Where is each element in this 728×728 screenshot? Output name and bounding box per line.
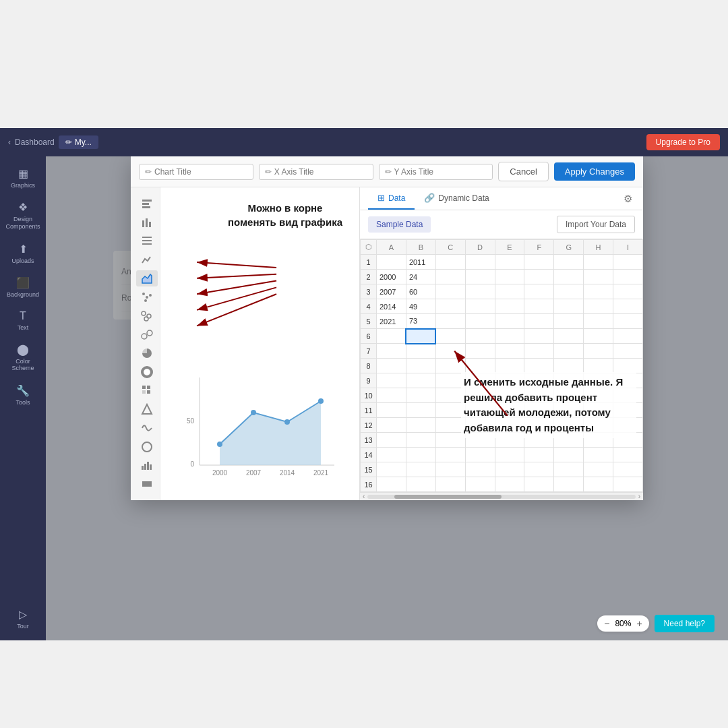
chart-type-donut[interactable] [136,364,158,380]
chart-type-line[interactable] [136,251,158,268]
chart-type-area[interactable] [136,270,158,286]
cell-14h[interactable] [584,448,613,462]
cell-10d[interactable] [465,388,495,403]
apply-changes-button[interactable]: Apply Changes [554,162,635,181]
cell-4d[interactable] [465,299,495,314]
cell-1g[interactable] [554,255,584,270]
cell-6c[interactable] [435,329,465,344]
cell-7a[interactable] [377,344,406,359]
cell-8h[interactable] [584,359,613,373]
cell-7i[interactable] [613,344,643,359]
cell-11h[interactable] [584,403,613,418]
cell-11i[interactable] [613,403,643,418]
cell-13e[interactable] [495,433,524,448]
cell-16i[interactable] [613,477,643,492]
sidebar-item-tools[interactable]: 🔧 Tools [3,379,43,411]
cell-10i[interactable] [613,388,643,403]
cell-3h[interactable] [584,284,613,299]
cell-5e[interactable] [495,314,524,329]
cell-15g[interactable] [554,462,584,477]
cell-13b[interactable] [406,433,435,448]
cell-12a[interactable] [377,418,406,433]
cell-12h[interactable] [584,418,613,433]
cell-10b[interactable] [406,388,435,403]
chart-type-bubble[interactable] [136,326,158,342]
cell-10e[interactable] [495,388,524,403]
cancel-button[interactable]: Cancel [498,162,548,181]
chart-title-input[interactable] [154,167,247,177]
cell-6i[interactable] [613,329,643,344]
cell-7g[interactable] [554,344,584,359]
cell-13f[interactable] [524,433,554,448]
x-axis-input-wrap[interactable]: ✏ [259,164,373,180]
cell-9h[interactable] [584,373,613,388]
scroll-left-btn[interactable]: ‹ [363,493,367,500]
cell-4e[interactable] [495,299,524,314]
cell-1f[interactable] [524,255,554,270]
cell-8f[interactable] [524,359,554,373]
cell-7d[interactable] [465,344,495,359]
y-axis-input[interactable] [394,167,487,177]
cell-3i[interactable] [613,284,643,299]
cell-8e[interactable] [495,359,524,373]
cell-7b[interactable] [406,344,435,359]
cell-2e[interactable] [495,270,524,284]
chart-type-bar-mini[interactable] [136,458,158,474]
zoom-plus-button[interactable]: + [636,618,642,629]
sidebar-item-graphics[interactable]: ▦ Graphics [3,162,43,194]
cell-4h[interactable] [584,299,613,314]
cell-7c[interactable] [435,344,465,359]
cell-13g[interactable] [554,433,584,448]
cell-15h[interactable] [584,462,613,477]
upgrade-button[interactable]: Upgrade to Pro [646,134,720,150]
cell-2c[interactable] [435,270,465,284]
cell-1i[interactable] [613,255,643,270]
cell-12d[interactable] [465,418,495,433]
cell-2d[interactable] [465,270,495,284]
y-axis-input-wrap[interactable]: ✏ [379,164,493,180]
cell-3c[interactable] [435,284,465,299]
cell-16g[interactable] [554,477,584,492]
chart-type-bar-v[interactable] [136,214,158,231]
cell-5a[interactable]: 2021 [377,314,406,329]
cell-11b[interactable] [406,403,435,418]
help-button[interactable]: Need help? [655,615,715,632]
cell-3d[interactable] [465,284,495,299]
tab-dynamic-data[interactable]: 🔗 Dynamic Data [415,187,498,210]
spreadsheet[interactable]: ⬡ A B C D E F G [360,239,643,492]
cell-1d[interactable] [465,255,495,270]
cell-1a[interactable] [377,255,406,270]
cell-13d[interactable] [465,433,495,448]
cell-4i[interactable] [613,299,643,314]
cell-15c[interactable] [435,462,465,477]
cell-3b[interactable]: 60 [406,284,435,299]
cell-6e[interactable] [495,329,524,344]
chart-type-circle-outline[interactable] [136,439,158,455]
cell-5d[interactable] [465,314,495,329]
cell-6h[interactable] [584,329,613,344]
cell-10a[interactable] [377,388,406,403]
cell-9i[interactable] [613,373,643,388]
chart-type-scatter2[interactable] [136,308,158,324]
cell-5i[interactable] [613,314,643,329]
cell-15e[interactable] [495,462,524,477]
horizontal-scrollbar[interactable]: ‹ › [360,492,643,500]
cell-14a[interactable] [377,448,406,462]
settings-button[interactable]: ⚙ [621,190,635,208]
chart-type-triangle[interactable] [136,401,158,417]
cell-5h[interactable] [584,314,613,329]
cell-12e[interactable] [495,418,524,433]
cell-2f[interactable] [524,270,554,284]
sidebar-item-uploads[interactable]: ⬆ Uploads [3,237,43,270]
cell-16b[interactable] [406,477,435,492]
sample-data-button[interactable]: Sample Data [368,216,431,233]
zoom-minus-button[interactable]: − [604,618,609,629]
cell-4b[interactable]: 49 [406,299,435,314]
cell-7f[interactable] [524,344,554,359]
cell-4c[interactable] [435,299,465,314]
cell-10f[interactable] [524,388,554,403]
cell-2a[interactable]: 2000 [377,270,406,284]
cell-9g[interactable] [554,373,584,388]
cell-4g[interactable] [554,299,584,314]
cell-6b[interactable] [406,329,435,344]
